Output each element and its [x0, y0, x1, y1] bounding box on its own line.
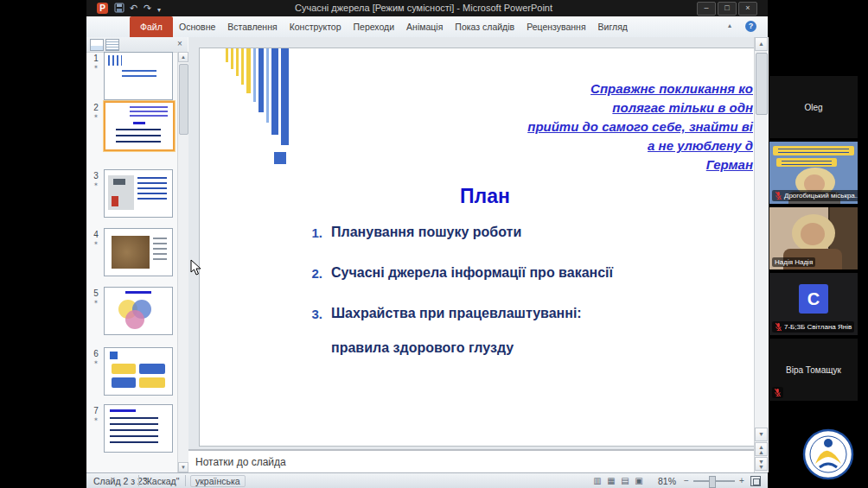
- cascade-decoration-bars: [226, 48, 289, 145]
- transition-star-icon: ✶: [90, 416, 102, 423]
- ribbon-tab-view[interactable]: Вигляд: [592, 16, 634, 37]
- participant-tile-svitlana[interactable]: C 7-Б;3Б Світлана Янів: [769, 273, 858, 335]
- previous-slide-button[interactable]: ▲▲: [755, 442, 768, 456]
- ribbon-tab-animations[interactable]: Анімація: [400, 16, 449, 37]
- status-bar: Слайд 2 з 23 "Каскад" українська ▥ ▦ ▤ ▣…: [86, 472, 768, 488]
- thumb-text-lines: [153, 238, 167, 260]
- ribbon-tab-insert[interactable]: Вставлення: [221, 16, 283, 37]
- slide-sorter-view-icon[interactable]: ▦: [605, 475, 617, 487]
- thumbnails-scrollbar[interactable]: ▲ ▼: [177, 52, 188, 472]
- notes-placeholder: Нотатки до слайда: [195, 456, 286, 468]
- slides-tab-icon[interactable]: [90, 39, 104, 51]
- ribbon-tab-row: Файл Основне Вставлення Конструктор Пере…: [86, 16, 768, 38]
- ribbon-tabs: Основне Вставлення Конструктор Переходи …: [173, 16, 634, 37]
- slide-scrollbar[interactable]: ▲ ▼ ▲▲ ▼▼: [754, 37, 769, 472]
- participant-tile-drohobytskyi[interactable]: Дрогобицький міськра...: [769, 142, 858, 204]
- next-slide-button[interactable]: ▼▼: [755, 457, 768, 471]
- muted-mic-icon: [775, 322, 782, 332]
- venn-circle: [125, 310, 144, 329]
- fit-to-window-icon[interactable]: [750, 476, 761, 486]
- list-item[interactable]: Шахрайства при працевлаштуванні:: [331, 306, 582, 321]
- participant-tile-vira[interactable]: Віра Томащук: [769, 339, 858, 401]
- transition-star-icon: ✶: [90, 113, 102, 120]
- slide-3-thumbnail[interactable]: [104, 169, 173, 218]
- decor-bar: [281, 48, 289, 145]
- quick-access-dropdown-icon[interactable]: ▾: [157, 4, 161, 16]
- ribbon-collapse-icon[interactable]: ▴: [728, 22, 731, 29]
- reading-view-icon[interactable]: ▤: [619, 475, 631, 487]
- notes-pane[interactable]: Нотатки до слайда: [188, 449, 754, 472]
- participant-name: Віра Томащук: [769, 365, 858, 375]
- decor-bar: [253, 48, 256, 102]
- ribbon-tab-file[interactable]: Файл: [130, 16, 173, 37]
- ribbon-tab-review[interactable]: Рецензування: [520, 16, 591, 37]
- thumb-icon: [110, 352, 118, 359]
- list-number: 1.: [302, 225, 322, 240]
- slide-6-number: 6: [90, 349, 102, 358]
- slide-quote[interactable]: Справжнє покликання ко полягає тільки в …: [355, 79, 753, 174]
- participant-name: Надія Надія: [775, 258, 813, 266]
- list-number: 3.: [302, 307, 322, 321]
- list-item[interactable]: Планування пошуку роботи: [331, 225, 521, 240]
- slide-title[interactable]: План: [200, 185, 754, 208]
- thumb-text-lines: [130, 106, 168, 118]
- separator: [185, 475, 186, 486]
- thumb-text-lines: [116, 129, 161, 144]
- help-icon[interactable]: ?: [745, 21, 756, 32]
- slideshow-view-icon[interactable]: ▣: [633, 475, 645, 487]
- undo-icon[interactable]: ↶: [130, 3, 137, 14]
- thumb-image: [112, 236, 150, 269]
- slide-7-thumbnail[interactable]: [104, 404, 173, 453]
- employment-service-logo: [802, 428, 854, 480]
- decor-square: [274, 152, 286, 164]
- slide-canvas[interactable]: Справжнє покликання ко полягає тільки в …: [199, 48, 754, 447]
- ribbon-tab-design[interactable]: Конструктор: [284, 16, 348, 37]
- slide-5-thumbnail[interactable]: [104, 287, 173, 335]
- list-item-continuation[interactable]: правила здорового глузду: [331, 340, 514, 356]
- participant-tile-nadiia[interactable]: Надія Надія: [769, 207, 858, 269]
- slide-3-number: 3: [90, 171, 102, 181]
- scroll-up-icon[interactable]: ▲: [755, 37, 768, 51]
- thumb-text-lines: [137, 177, 167, 203]
- scrollbar-thumb[interactable]: [756, 53, 768, 115]
- list-number: 2.: [302, 266, 322, 281]
- slide-1-thumbnail[interactable]: [104, 52, 173, 100]
- scroll-up-icon[interactable]: ▲: [178, 52, 188, 62]
- slides-panel: × 1 ✶ 2 ✶ 3 ✶ 4 ✶ 5 ✶: [86, 37, 189, 472]
- slide-4-thumbnail[interactable]: [104, 228, 173, 276]
- minimize-button[interactable]: –: [697, 2, 716, 16]
- zoom-in-button[interactable]: +: [737, 476, 747, 486]
- slide-2-thumbnail-selected[interactable]: [104, 101, 175, 151]
- title-bar: P ↶ ↷ ▾ Сучасні джерела [Режим сумісност…: [86, 0, 768, 16]
- normal-view-icon[interactable]: ▥: [591, 475, 603, 487]
- zoom-slider-thumb[interactable]: [709, 476, 716, 488]
- sign-band: [773, 146, 854, 155]
- thumb-title-line: [110, 409, 136, 412]
- decor-bar: [236, 48, 239, 76]
- list-item[interactable]: Сучасні джерела інформації про вакансії: [331, 265, 613, 281]
- participant-name: 7-Б;3Б Світлана Янів: [784, 323, 852, 331]
- maximize-button[interactable]: □: [718, 2, 737, 16]
- close-button[interactable]: ×: [738, 2, 757, 16]
- participant-name-label: Надія Надія: [772, 257, 815, 267]
- decor-bar: [258, 48, 264, 112]
- panel-close-icon[interactable]: ×: [175, 38, 185, 49]
- scroll-down-icon[interactable]: ▼: [178, 462, 188, 472]
- language-indicator[interactable]: українська: [190, 475, 246, 487]
- ribbon-tab-home[interactable]: Основне: [173, 16, 221, 37]
- scroll-down-icon[interactable]: ▼: [755, 428, 768, 441]
- scrollbar-thumb[interactable]: [179, 64, 188, 135]
- powerpoint-app-icon[interactable]: P: [97, 3, 108, 14]
- save-icon[interactable]: [114, 3, 124, 14]
- slide-4-number: 4: [90, 230, 102, 239]
- ribbon-tab-slideshow[interactable]: Показ слайдів: [449, 16, 520, 37]
- slide-6-thumbnail[interactable]: [104, 347, 173, 396]
- redo-icon[interactable]: ↷: [144, 3, 151, 14]
- decor-bar: [271, 48, 278, 135]
- ribbon-tab-transitions[interactable]: Переходи: [348, 16, 401, 37]
- participant-tile-oleg[interactable]: Oleg: [769, 76, 858, 138]
- zoom-out-button[interactable]: −: [681, 476, 692, 486]
- participant-name-label: Дрогобицький міськра...: [772, 190, 858, 201]
- outline-tab-icon[interactable]: [105, 39, 119, 51]
- quote-line: Справжнє покликання ко: [355, 79, 753, 98]
